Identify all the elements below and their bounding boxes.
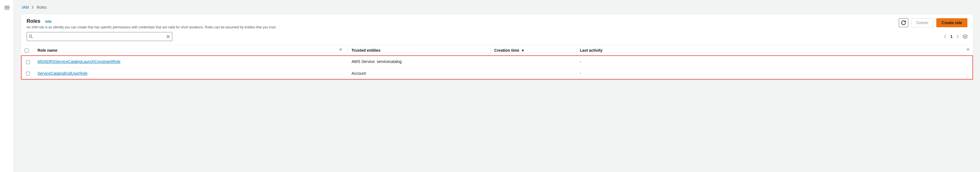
roles-table: Role name Trusted entities Creation time [21,45,973,80]
chevron-right-icon [32,6,34,9]
breadcrumb: IAM Roles [21,5,973,10]
sort-desc-icon [521,49,524,52]
row-checkbox[interactable] [26,60,30,64]
refresh-icon [901,21,906,25]
close-icon [166,35,170,39]
table-row: MGNDRSServiceCatalogLaunchConstraintRole… [21,56,973,68]
roles-panel: Roles Info An IAM role is an identity yo… [21,14,973,80]
chevron-right-icon [956,35,959,39]
gear-icon [963,34,967,39]
page-number: 1 [950,34,953,39]
hamburger-icon [5,5,10,10]
column-last-activity[interactable]: Last activity [577,45,973,56]
table-row: ServiceCatalogEndUserRole Account: - [21,68,973,79]
role-name-link[interactable]: ServiceCatalogEndUserRole [38,71,88,76]
column-trusted-entities[interactable]: Trusted entities [348,45,491,56]
trusted-entities-cell: Account: [348,68,491,79]
info-link[interactable]: Info [45,20,52,24]
next-page-button [956,35,959,39]
prev-page-button [944,35,947,39]
breadcrumb-root[interactable]: IAM [22,5,29,10]
creation-time-cell [491,68,577,79]
search-input[interactable] [27,32,172,41]
creation-time-cell [491,56,577,68]
refresh-button[interactable] [899,18,908,27]
table-header-row: Role name Trusted entities Creation time [21,45,973,56]
sort-icon [967,48,969,51]
select-all-header[interactable] [21,45,34,56]
sidebar-toggle[interactable] [0,0,14,172]
column-creation-time[interactable]: Creation time [491,45,577,56]
breadcrumb-current: Roles [37,5,47,10]
column-label: Last activity [580,48,603,53]
checkbox-icon [25,48,29,53]
last-activity-cell: - [577,68,973,79]
create-role-button[interactable]: Create role [936,18,967,27]
clear-search-button[interactable] [166,35,170,39]
chevron-left-icon [944,35,947,39]
page-description: An IAM role is an identity you can creat… [27,25,277,29]
column-label: Creation time [494,48,519,53]
role-name-link[interactable]: MGNDRSServiceCatalogLaunchConstraintRole [38,59,121,64]
search-box [27,32,172,41]
page-title: Roles [27,18,40,24]
column-label: Role name [38,48,57,53]
column-role-name[interactable]: Role name [34,45,348,56]
column-label: Trusted entities [352,48,380,53]
delete-button: Delete [911,18,934,27]
row-checkbox[interactable] [26,72,30,76]
sort-icon [339,48,342,51]
last-activity-cell: - [577,56,973,68]
trusted-entities-cell: AWS Service: servicecatalog [348,56,491,68]
pagination: 1 [944,34,967,39]
settings-button[interactable] [963,34,967,39]
